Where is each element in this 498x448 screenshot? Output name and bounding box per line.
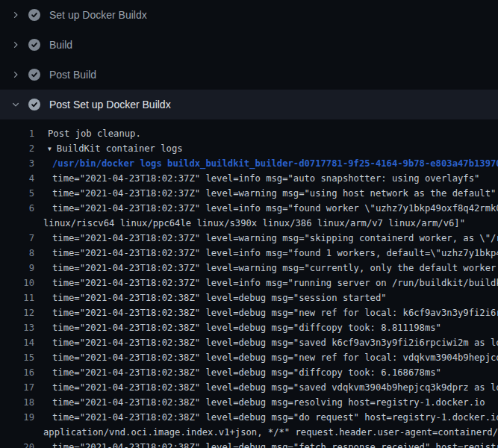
log-text: time="2021-04-23T18:02:37Z" level=warnin… — [52, 233, 498, 243]
line-number[interactable]: 5 — [0, 186, 34, 201]
chevron-right-icon[interactable] — [9, 9, 22, 21]
line-number[interactable]: 2 — [0, 141, 34, 156]
line-number[interactable]: 17 — [0, 380, 34, 395]
log-row: 19time="2021-04-23T18:02:38Z" level=debu… — [0, 410, 498, 425]
log-text: time="2021-04-23T18:02:37Z" level=warnin… — [52, 263, 498, 273]
log-row: 15time="2021-04-23T18:02:38Z" level=debu… — [0, 350, 498, 365]
check-circle-icon — [28, 9, 40, 21]
log-text: linux/riscv64 linux/ppc64le linux/s390x … — [43, 218, 465, 228]
chevron-right-icon[interactable] — [9, 69, 22, 81]
line-number[interactable]: 13 — [0, 320, 34, 335]
log-text: Post job cleanup. — [48, 128, 141, 139]
log-text: time="2021-04-23T18:02:38Z" level=debug … — [52, 397, 485, 408]
section-label: Post Set up Docker Buildx — [49, 99, 171, 111]
log-text: time="2021-04-23T18:02:37Z" level=info m… — [52, 248, 498, 258]
log-row: 9time="2021-04-23T18:02:37Z" level=warni… — [0, 261, 498, 276]
log-text: BuildKit container logs — [57, 143, 183, 154]
line-number[interactable]: 3 — [0, 156, 34, 171]
log-row: 8time="2021-04-23T18:02:37Z" level=info … — [0, 246, 498, 261]
line-number[interactable]: 18 — [0, 395, 34, 410]
command-text: /usr/bin/docker logs buildx_buildkit_bui… — [52, 158, 498, 169]
chevron-right-icon[interactable] — [9, 39, 22, 51]
step-sections: Set up Docker Buildx Build Post Build — [0, 0, 498, 119]
log-text: time="2021-04-23T18:02:38Z" level=debug … — [52, 337, 498, 348]
log-row: 7time="2021-04-23T18:02:37Z" level=warni… — [0, 231, 498, 246]
line-number[interactable]: 11 — [0, 290, 34, 305]
log-row: 14time="2021-04-23T18:02:38Z" level=debu… — [0, 335, 498, 350]
log-text: time="2021-04-23T18:02:38Z" level=debug … — [52, 352, 498, 363]
log-text: time="2021-04-23T18:02:38Z" level=debug … — [52, 308, 498, 318]
log-text: time="2021-04-23T18:02:37Z" level=warnin… — [52, 188, 496, 199]
log-text: time="2021-04-23T18:02:37Z" level=info m… — [52, 203, 498, 214]
log-row: 18time="2021-04-23T18:02:38Z" level=debu… — [0, 395, 498, 410]
log-row: 3/usr/bin/docker logs buildx_buildkit_bu… — [0, 156, 498, 171]
line-number[interactable]: 19 — [0, 410, 34, 425]
line-number[interactable]: 20 — [0, 440, 34, 448]
log-row: 12time="2021-04-23T18:02:38Z" level=debu… — [0, 305, 498, 320]
log-pane: 1Post job cleanup.2▼BuildKit container l… — [0, 119, 498, 448]
section-row-post-set-up-docker-buildx[interactable]: Post Set up Docker Buildx — [0, 90, 498, 119]
section-label: Post Build — [49, 69, 96, 81]
log-text: time="2021-04-23T18:02:38Z" level=debug … — [52, 323, 441, 333]
log-row: application/vnd.oci.image.index.v1+json,… — [0, 425, 498, 440]
log-text: time="2021-04-23T18:02:38Z" level=debug … — [52, 382, 498, 393]
section-row-build[interactable]: Build — [0, 30, 498, 60]
line-number[interactable]: 4 — [0, 171, 34, 186]
check-circle-icon — [28, 69, 40, 81]
log-row: 16time="2021-04-23T18:02:38Z" level=debu… — [0, 365, 498, 380]
log-row: linux/riscv64 linux/ppc64le linux/s390x … — [0, 216, 498, 231]
log-text: time="2021-04-23T18:02:38Z" level=debug … — [52, 367, 441, 378]
line-number[interactable]: 7 — [0, 231, 34, 246]
log-row: 4time="2021-04-23T18:02:37Z" level=info … — [0, 171, 498, 186]
actions-log-viewer: Set up Docker Buildx Build Post Build — [0, 0, 498, 448]
line-number[interactable]: 6 — [0, 201, 34, 216]
log-text: time="2021-04-23T18:02:37Z" level=info m… — [52, 278, 498, 288]
line-number[interactable]: 12 — [0, 305, 34, 320]
log-row: 20time="2021-04-23T18:02:38Z" level=debu… — [0, 440, 498, 448]
log-row: 5time="2021-04-23T18:02:37Z" level=warni… — [0, 186, 498, 201]
log-row: 10time="2021-04-23T18:02:37Z" level=info… — [0, 276, 498, 290]
line-number[interactable]: 9 — [0, 261, 34, 276]
section-label: Build — [49, 39, 72, 51]
line-number[interactable]: 14 — [0, 335, 34, 350]
section-label: Set up Docker Buildx — [49, 9, 147, 21]
section-row-set-up-docker-buildx[interactable]: Set up Docker Buildx — [0, 0, 498, 30]
log-row: 17time="2021-04-23T18:02:38Z" level=debu… — [0, 380, 498, 395]
log-row: 13time="2021-04-23T18:02:38Z" level=debu… — [0, 320, 498, 335]
line-number[interactable]: 1 — [0, 126, 34, 141]
log-text: time="2021-04-23T18:02:38Z" level=debug … — [52, 293, 387, 303]
log-row: 6time="2021-04-23T18:02:37Z" level=info … — [0, 201, 498, 216]
collapse-triangle-icon[interactable]: ▼ — [48, 142, 52, 156]
check-circle-icon — [28, 39, 40, 51]
chevron-down-icon[interactable] — [9, 99, 22, 111]
log-row: 11time="2021-04-23T18:02:38Z" level=debu… — [0, 290, 498, 305]
log-text: application/vnd.oci.image.index.v1+json,… — [43, 427, 498, 438]
section-row-post-build[interactable]: Post Build — [0, 60, 498, 90]
line-number[interactable]: 8 — [0, 246, 34, 261]
log-text: time="2021-04-23T18:02:38Z" level=debug … — [52, 412, 498, 423]
log-group-row: 2▼BuildKit container logs — [0, 141, 498, 156]
check-circle-icon — [28, 99, 40, 111]
log-row: 1Post job cleanup. — [0, 126, 498, 141]
line-number[interactable]: 10 — [0, 276, 34, 290]
log-text: time="2021-04-23T18:02:38Z" level=debug … — [52, 442, 498, 448]
line-number[interactable]: 15 — [0, 350, 34, 365]
line-number[interactable]: 16 — [0, 365, 34, 380]
log-text: time="2021-04-23T18:02:37Z" level=info m… — [52, 173, 479, 184]
